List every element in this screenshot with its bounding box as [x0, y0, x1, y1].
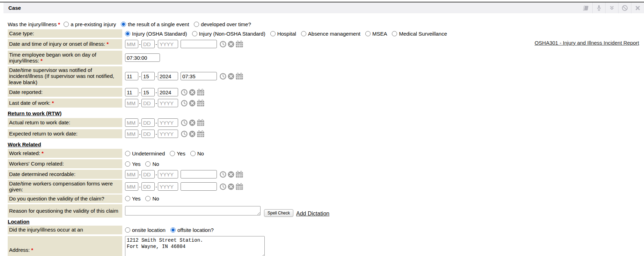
clock-icon[interactable]	[181, 100, 188, 107]
recordable-day-input[interactable]	[141, 170, 155, 178]
clock-icon[interactable]	[181, 119, 188, 126]
expected-rtw-year-input[interactable]	[158, 130, 178, 138]
supervisor-date-month-input[interactable]	[125, 72, 138, 80]
calendar-icon[interactable]	[197, 130, 205, 138]
supervisor-time-input[interactable]	[181, 72, 217, 80]
clock-icon[interactable]	[219, 73, 227, 80]
radio-work-related-yes[interactable]: Yes	[170, 151, 185, 156]
supervisor-date-day-input[interactable]	[141, 72, 155, 80]
radio-selected-icon[interactable]	[121, 22, 126, 27]
radio-validity-no[interactable]: No	[145, 196, 159, 202]
radio-msea[interactable]: MSEA	[365, 31, 387, 37]
last-work-year-input[interactable]	[158, 99, 178, 107]
radio-icon[interactable]	[145, 161, 151, 167]
comp-forms-month-input[interactable]	[125, 182, 138, 191]
radio-work-related-no[interactable]: No	[190, 151, 204, 156]
injury-date-year-input[interactable]	[158, 40, 178, 48]
spell-check-button[interactable]: Spell Check	[264, 209, 293, 217]
date-reported-month-input[interactable]	[125, 88, 138, 96]
clock-icon[interactable]	[219, 171, 227, 178]
radio-icon[interactable]	[301, 31, 306, 36]
injury-date-day-input[interactable]	[141, 40, 155, 48]
microphone-icon[interactable]	[592, 2, 605, 13]
actual-rtw-day-input[interactable]	[141, 118, 155, 127]
recordable-time-input[interactable]	[181, 170, 217, 178]
ban-icon[interactable]	[618, 2, 631, 13]
radio-icon[interactable]	[392, 31, 397, 36]
add-dictation-link[interactable]: Add Dictation	[296, 211, 329, 217]
book-icon[interactable]	[579, 2, 592, 13]
clear-icon[interactable]	[189, 119, 196, 126]
row-comp-forms-given: Date/time workers compensation forms wer…	[8, 180, 644, 193]
radio-absence-management[interactable]: Absence management	[301, 31, 360, 37]
date-reported-day-input[interactable]	[141, 88, 155, 96]
clear-icon[interactable]	[227, 41, 235, 48]
address-textarea[interactable]	[125, 236, 265, 256]
clear-icon[interactable]	[227, 73, 235, 80]
actual-rtw-year-input[interactable]	[158, 118, 178, 127]
radio-icon[interactable]	[365, 31, 371, 36]
radio-icon[interactable]	[270, 31, 276, 36]
clock-icon[interactable]	[181, 130, 188, 138]
radio-injury-non-osha-standard[interactable]: Injury (Non-OSHA Standard)	[192, 31, 265, 37]
calendar-icon[interactable]	[235, 171, 243, 178]
date-separator: -	[139, 41, 141, 47]
radio-single-event[interactable]: the result of a single event	[121, 21, 189, 27]
calendar-icon[interactable]	[235, 183, 243, 190]
radio-validity-yes[interactable]: Yes	[125, 196, 140, 202]
injury-date-month-input[interactable]	[125, 40, 138, 48]
recordable-month-input[interactable]	[125, 170, 138, 178]
radio-icon[interactable]	[125, 151, 130, 156]
radio-comp-yes[interactable]: Yes	[125, 161, 140, 167]
radio-injury-osha-standard[interactable]: Injury (OSHA Standard)	[125, 31, 187, 37]
radio-comp-no[interactable]: No	[145, 161, 159, 167]
clear-icon[interactable]	[227, 171, 235, 178]
radio-developed-over-time[interactable]: developed over time?	[194, 21, 251, 27]
recordable-year-input[interactable]	[158, 170, 178, 178]
injury-time-input[interactable]	[181, 40, 217, 48]
radio-icon[interactable]	[194, 22, 199, 27]
comp-forms-day-input[interactable]	[141, 182, 155, 191]
radio-icon[interactable]	[190, 151, 196, 156]
radio-selected-icon[interactable]	[125, 31, 130, 36]
last-work-day-input[interactable]	[141, 99, 155, 107]
clock-icon[interactable]	[219, 41, 227, 48]
validity-reason-textarea[interactable]	[125, 206, 261, 215]
actual-rtw-month-input[interactable]	[125, 118, 138, 127]
radio-offsite-location[interactable]: offsite location?	[170, 227, 214, 233]
radio-icon[interactable]	[125, 196, 130, 201]
radio-medical-surveillance[interactable]: Medical Surveillance	[392, 31, 447, 37]
supervisor-date-year-input[interactable]	[158, 72, 178, 80]
radio-icon[interactable]	[125, 227, 130, 233]
clock-icon[interactable]	[219, 183, 227, 190]
last-work-month-input[interactable]	[125, 99, 138, 107]
clock-icon[interactable]	[181, 89, 188, 96]
expected-rtw-day-input[interactable]	[141, 130, 155, 138]
radio-icon[interactable]	[170, 151, 175, 156]
radio-icon[interactable]	[125, 161, 130, 167]
clear-icon[interactable]	[189, 89, 196, 96]
comp-forms-year-input[interactable]	[158, 182, 178, 191]
radio-icon[interactable]	[145, 196, 151, 201]
radio-icon[interactable]	[192, 31, 197, 36]
clear-icon[interactable]	[189, 100, 196, 107]
radio-icon[interactable]	[64, 22, 69, 27]
radio-pre-existing-injury[interactable]: a pre-existing injury	[64, 21, 116, 27]
close-icon[interactable]	[631, 2, 644, 13]
calendar-icon[interactable]	[235, 73, 243, 80]
radio-hospital[interactable]: Hospital	[270, 31, 296, 37]
comp-forms-time-input[interactable]	[181, 182, 217, 191]
radio-onsite-location[interactable]: onsite location	[125, 227, 166, 233]
time-began-work-input[interactable]	[125, 53, 160, 62]
date-reported-year-input[interactable]	[158, 88, 178, 96]
calendar-icon[interactable]	[197, 119, 205, 126]
radio-selected-icon[interactable]	[170, 227, 176, 233]
calendar-icon[interactable]	[235, 41, 243, 48]
radio-undetermined[interactable]: Undetermined	[125, 151, 165, 156]
clear-icon[interactable]	[227, 183, 235, 190]
clear-icon[interactable]	[189, 130, 196, 138]
calendar-icon[interactable]	[197, 100, 205, 107]
double-chevron-down-icon[interactable]	[605, 2, 618, 13]
expected-rtw-month-input[interactable]	[125, 130, 138, 138]
calendar-icon[interactable]	[197, 89, 205, 96]
